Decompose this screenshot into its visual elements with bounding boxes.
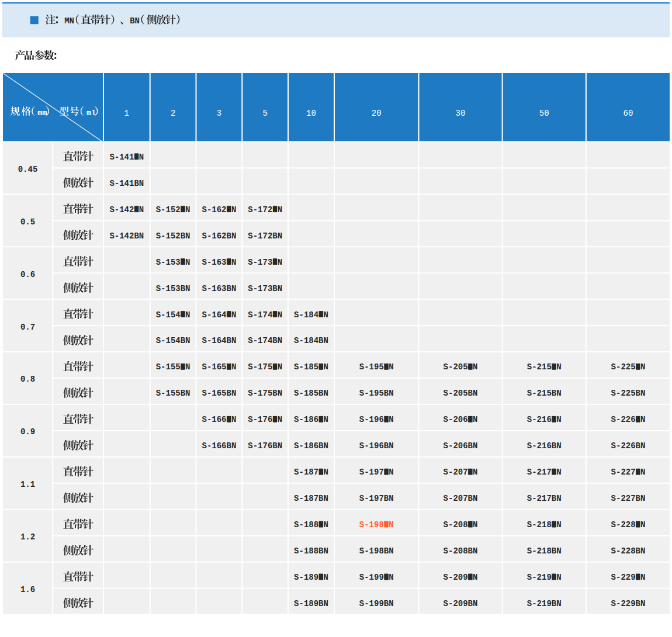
svg-text:S-217BN: S-217BN [527,494,562,503]
svg-text:S-165MN: S-165MN [202,362,236,372]
svg-text:S-225BN: S-225BN [611,389,646,398]
svg-text:S-163BN: S-163BN [202,284,236,293]
svg-text:S-166BN: S-166BN [202,441,236,451]
svg-text:S-205MN: S-205MN [444,362,478,372]
svg-text:S-187BN: S-187BN [294,494,328,503]
svg-text:S-176BN: S-176BN [248,441,282,451]
svg-text:S-141BN: S-141BN [109,179,144,188]
svg-text:S-229MN: S-229MN [611,573,646,582]
svg-text:S-225MN: S-225MN [611,362,646,372]
svg-text:S-164BN: S-164BN [202,336,236,345]
svg-text:S-176MN: S-176MN [248,415,282,424]
svg-text:0.8: 0.8 [20,375,35,384]
svg-text:S-215BN: S-215BN [527,389,562,398]
svg-text:0.6: 0.6 [20,270,35,279]
svg-text:10: 10 [306,109,316,118]
svg-text:S-173MN: S-173MN [248,258,282,267]
svg-text:S-185MN: S-185MN [294,362,328,372]
svg-text:S-152MN: S-152MN [156,205,190,214]
svg-text:S-172BN: S-172BN [248,231,282,241]
svg-text:S-218BN: S-218BN [527,546,562,556]
svg-text:S-195MN: S-195MN [359,362,394,372]
svg-text:S-219BN: S-219BN [527,599,562,608]
svg-text:S-217MN: S-217MN [527,468,562,477]
svg-text:S-172MN: S-172MN [248,205,282,214]
svg-text:S-207BN: S-207BN [444,494,478,503]
svg-text:S-174BN: S-174BN [248,336,282,345]
svg-text:1.1: 1.1 [20,480,35,489]
svg-text:S-196BN: S-196BN [359,441,394,451]
svg-text:1.2: 1.2 [20,532,35,542]
svg-text:S-199MN: S-199MN [359,573,394,582]
svg-text:S-206MN: S-206MN [444,415,478,424]
svg-text:1: 1 [124,109,129,118]
svg-text:S-186MN: S-186MN [294,415,328,424]
svg-text:S-197MN: S-197MN [359,468,394,477]
svg-text:S-162MN: S-162MN [202,205,236,214]
svg-text:S-154MN: S-154MN [156,310,190,320]
svg-text:mm: mm [37,109,47,117]
svg-text:S-205BN: S-205BN [444,389,478,398]
svg-text:0.45: 0.45 [18,165,38,174]
svg-text:S-185BN: S-185BN [294,389,328,398]
svg-text:S-206BN: S-206BN [444,441,478,451]
svg-text:S-215MN: S-215MN [527,362,562,372]
svg-text:BN: BN [130,16,140,26]
svg-text:S-184BN: S-184BN [294,336,328,345]
svg-text:0.9: 0.9 [20,427,35,437]
svg-text:S-142MN: S-142MN [109,205,144,214]
svg-text:S-196MN: S-196MN [359,415,394,424]
svg-text:S-229BN: S-229BN [611,599,646,608]
svg-text:S-188MN: S-188MN [294,520,328,529]
svg-text:S-209BN: S-209BN [444,599,478,608]
svg-text:S-216MN: S-216MN [527,415,562,424]
svg-text:S-164MN: S-164MN [202,310,236,320]
svg-text:S-187MN: S-187MN [294,468,328,477]
svg-text:S-199BN: S-199BN [359,599,394,608]
svg-text:S-228BN: S-228BN [611,546,646,556]
svg-text:S-175MN: S-175MN [248,362,282,372]
svg-text:S-153BN: S-153BN [156,284,190,293]
svg-text:S-153MN: S-153MN [156,258,190,267]
svg-text:S-197BN: S-197BN [359,494,394,503]
svg-text:ml: ml [86,109,96,117]
svg-text:S-142BN: S-142BN [109,231,144,241]
svg-text:S-141MN: S-141MN [109,153,144,162]
svg-text:S-155MN: S-155MN [156,362,190,372]
svg-text:S-189MN: S-189MN [294,573,328,582]
svg-text:S-226BN: S-226BN [611,441,646,451]
svg-text:50: 50 [539,109,549,118]
svg-text:S-174MN: S-174MN [248,310,282,320]
svg-text:S-209MN: S-209MN [444,573,478,582]
svg-text:S-198MN: S-198MN [359,520,394,529]
svg-text:1.6: 1.6 [20,585,35,594]
svg-text:S-227MN: S-227MN [611,468,646,477]
svg-text:S-155BN: S-155BN [156,389,190,398]
svg-text:5: 5 [262,109,267,118]
svg-text:S-152BN: S-152BN [156,231,190,241]
svg-text:S-216BN: S-216BN [527,441,562,451]
svg-text:S-208MN: S-208MN [444,520,478,529]
svg-text:30: 30 [456,109,466,118]
svg-text:MN: MN [64,16,74,26]
svg-text:S-218MN: S-218MN [527,520,562,529]
svg-text:S-163MN: S-163MN [202,258,236,267]
svg-text:S-228MN: S-228MN [611,520,646,529]
svg-text:S-219MN: S-219MN [527,573,562,582]
svg-text:S-198BN: S-198BN [359,546,394,556]
svg-text:S-173BN: S-173BN [248,284,282,293]
svg-text:S-189BN: S-189BN [294,599,328,608]
svg-text:S-188BN: S-188BN [294,546,328,556]
svg-text:S-154BN: S-154BN [156,336,190,345]
svg-text:3: 3 [217,109,221,118]
svg-text:20: 20 [372,109,382,118]
svg-text:2: 2 [171,109,175,118]
svg-text:S-226MN: S-226MN [611,415,646,424]
svg-text:S-186BN: S-186BN [294,441,328,451]
svg-text:S-208BN: S-208BN [444,546,478,556]
svg-text:S-162BN: S-162BN [202,231,236,241]
svg-text:S-165BN: S-165BN [202,389,236,398]
svg-text:S-184MN: S-184MN [294,310,328,320]
svg-text:0.7: 0.7 [20,323,35,332]
svg-text:S-195BN: S-195BN [359,389,394,398]
